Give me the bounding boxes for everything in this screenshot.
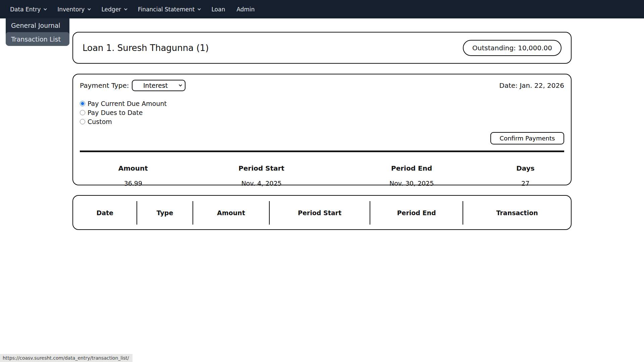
nav-item-financial-statement[interactable]: Financial Statement (138, 6, 200, 13)
payment-option-radio-group: Pay Current Due Amount Pay Dues to Date … (80, 100, 564, 125)
due-table-row: 36.99 Nov. 4, 2025 Nov. 30, 2025 27 (80, 172, 564, 187)
nav-item-label: Data Entry (10, 6, 41, 13)
payment-type-select[interactable]: Interest (132, 80, 185, 91)
column-header: Amount (193, 201, 270, 225)
due-amount-value: 36.99 (80, 172, 186, 187)
chevron-down-icon (44, 7, 47, 10)
due-amount-table: Amount Period Start Period End Days 36.9… (80, 155, 564, 187)
browser-status-bar-url: https://coasv.suresht.com/data_entry/tra… (0, 354, 132, 362)
nav-item-label: Loan (211, 6, 225, 13)
column-header: Period Start (270, 201, 370, 225)
data-entry-dropdown-menu: General Journal Transaction List (6, 18, 69, 46)
nav-item-admin[interactable]: Admin (236, 6, 255, 13)
confirm-payments-button[interactable]: Confirm Payments (490, 132, 564, 144)
column-header: Period End (370, 201, 464, 225)
column-header: Amount (80, 155, 186, 172)
column-header: Transaction (463, 201, 571, 225)
payment-form-panel: Payment Type: Interest Date: Jan. 22, 20… (72, 74, 572, 185)
top-navbar: Data Entry Inventory Ledger Financial St… (0, 0, 644, 18)
menu-item-general-journal[interactable]: General Journal (6, 18, 69, 32)
main-content: Loan 1. Suresh Thagunna (1) Outstanding:… (72, 32, 572, 230)
days-value: 27 (487, 172, 564, 187)
nav-item-data-entry[interactable]: Data Entry (10, 6, 46, 13)
nav-item-label: Financial Statement (138, 6, 195, 13)
payment-type-label: Payment Type: (80, 81, 129, 89)
radio-pay-current-due[interactable] (80, 101, 85, 106)
outstanding-badge: Outstanding: 10,000.00 (463, 40, 561, 56)
column-header: Period End (336, 155, 487, 172)
column-header: Type (137, 201, 193, 225)
nav-item-loan[interactable]: Loan (211, 6, 225, 13)
loan-header-panel: Loan 1. Suresh Thagunna (1) Outstanding:… (72, 32, 572, 64)
chevron-down-icon (88, 7, 91, 10)
transactions-table-panel: Date Type Amount Period Start Period End… (72, 195, 572, 230)
column-header: Date (73, 201, 137, 225)
radio-label: Pay Current Due Amount (88, 100, 167, 107)
page-title: Loan 1. Suresh Thagunna (1) (83, 43, 209, 53)
menu-item-transaction-list[interactable]: Transaction List (6, 32, 69, 46)
chevron-down-icon (198, 7, 201, 10)
nav-item-inventory[interactable]: Inventory (57, 6, 90, 13)
column-header: Days (487, 155, 564, 172)
radio-label: Custom (88, 118, 112, 125)
payment-date-label: Date: Jan. 22, 2026 (499, 81, 564, 89)
option-pay-dues-to-date[interactable]: Pay Dues to Date (80, 109, 564, 116)
radio-pay-dues-to-date[interactable] (80, 110, 85, 115)
due-table-header-row: Amount Period Start Period End Days (80, 155, 564, 172)
nav-item-label: Ledger (101, 6, 121, 13)
nav-item-label: Admin (236, 6, 255, 13)
period-start-value: Nov. 4, 2025 (186, 172, 337, 187)
payment-type-select-wrap: Interest (132, 80, 185, 91)
option-pay-current-due[interactable]: Pay Current Due Amount (80, 100, 564, 107)
section-divider (80, 150, 564, 152)
transactions-table-header-row: Date Type Amount Period Start Period End… (73, 201, 571, 225)
radio-custom[interactable] (80, 119, 85, 124)
radio-label: Pay Dues to Date (88, 109, 143, 116)
column-header: Period Start (186, 155, 337, 172)
nav-item-label: Inventory (57, 6, 85, 13)
period-end-value: Nov. 30, 2025 (336, 172, 487, 187)
chevron-down-icon (124, 7, 127, 10)
nav-item-ledger[interactable]: Ledger (101, 6, 126, 13)
option-custom[interactable]: Custom (80, 118, 564, 125)
